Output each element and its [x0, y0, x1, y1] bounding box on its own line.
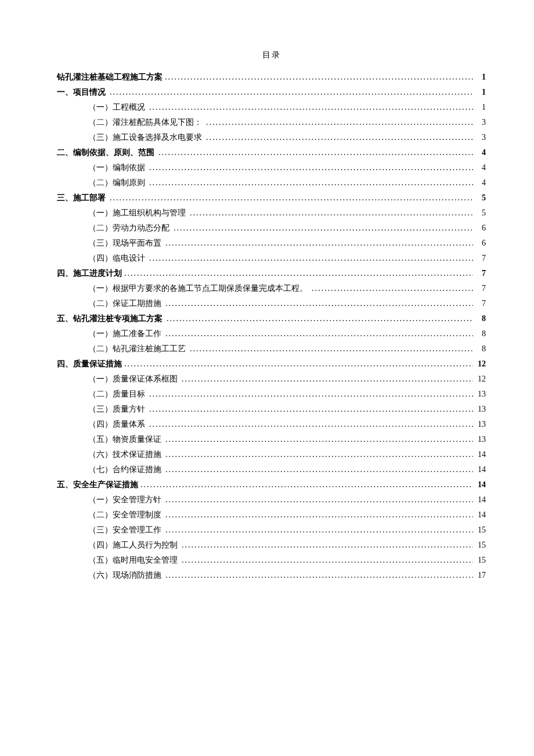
toc-entry: （二）保证工期措施7: [57, 296, 486, 311]
toc-entry-page: 1: [475, 100, 486, 115]
toc-leader-dots: [206, 115, 473, 130]
toc-entry-text: （一）施工组织机构与管理: [88, 206, 186, 221]
toc-leader-dots: [110, 190, 473, 206]
toc-entry-text: （二）保证工期措施: [88, 296, 161, 311]
toc-entry: （四）质量体系13: [57, 417, 486, 432]
toc-entry-page: 1: [475, 70, 486, 85]
toc-entry-page: 8: [475, 326, 486, 341]
toc-leader-dots: [124, 357, 473, 372]
toc-entry: （四）临电设计7: [57, 251, 486, 266]
toc-entry-text: 钻孔灌注桩基础工程施工方案: [57, 70, 163, 85]
toc-entry-text: （三）质量方针: [88, 402, 145, 417]
toc-entry: （一）施工准备工作8: [57, 326, 486, 341]
toc-entry: （一）根据甲方要求的各施工节点工期保质保量完成本工程。7: [57, 281, 486, 296]
toc-entry: （二）钻孔灌注桩施工工艺8: [57, 341, 486, 357]
toc-entry-text: 二、编制依据、原则、范围: [57, 145, 154, 160]
toc-entry-text: 四、施工进度计划: [57, 266, 122, 281]
toc-entry-page: 8: [475, 311, 486, 326]
toc-entry-text: （二）编制原则: [88, 175, 145, 190]
toc-leader-dots: [174, 221, 473, 236]
toc-entry: （一）安全管理方针14: [57, 492, 486, 507]
toc-leader-dots: [165, 70, 473, 85]
toc-leader-dots: [165, 236, 473, 251]
toc-leader-dots: [165, 523, 473, 538]
toc-entry-page: 3: [475, 130, 486, 145]
toc-entry-text: （二）安全管理制度: [88, 507, 161, 523]
toc-leader-dots: [190, 206, 473, 221]
toc-leader-dots: [140, 477, 473, 492]
toc-entry: 一、项目情况1: [57, 85, 486, 100]
toc-entry: 五、钻孔灌注桩专项施工方案8: [57, 311, 486, 326]
toc-entry-page: 12: [475, 372, 486, 387]
toc-leader-dots: [149, 160, 473, 175]
toc-entry-text: （一）根据甲方要求的各施工节点工期保质保量完成本工程。: [88, 281, 308, 296]
toc-entry: （一）施工组织机构与管理5: [57, 206, 486, 221]
toc-leader-dots: [110, 85, 473, 100]
toc-entry-text: （五）临时用电安全管理: [88, 553, 178, 568]
toc-entry-page: 15: [475, 523, 486, 538]
toc-entry-page: 14: [475, 507, 486, 523]
toc-entry-text: （三）施工设备选择及水电要求: [88, 130, 202, 145]
toc-entry-text: （一）安全管理方针: [88, 492, 161, 507]
toc-entry-text: 一、项目情况: [57, 85, 106, 100]
toc-leader-dots: [182, 553, 473, 568]
toc-entry-page: 15: [475, 553, 486, 568]
toc-entry: （六）现场消防措施17: [57, 568, 486, 583]
toc-entry: 三、施工部署5: [57, 190, 486, 206]
toc-entry-page: 1: [475, 85, 486, 100]
toc-leader-dots: [149, 417, 473, 432]
toc-entry-text: （四）临电设计: [88, 251, 145, 266]
toc-entry: 钻孔灌注桩基础工程施工方案1: [57, 70, 486, 85]
toc-leader-dots: [149, 402, 473, 417]
toc-leader-dots: [165, 462, 473, 477]
toc-entry-text: （二）质量目标: [88, 387, 145, 402]
toc-entry-page: 13: [475, 432, 486, 447]
toc-entry-text: （三）现场平面布置: [88, 236, 161, 251]
toc-leader-dots: [165, 447, 473, 462]
toc-entry-text: （一）施工准备工作: [88, 326, 161, 341]
toc-entry-text: （五）物资质量保证: [88, 432, 161, 447]
toc-entry-page: 8: [475, 341, 486, 357]
toc-entry-text: （七）合约保证措施: [88, 462, 161, 477]
toc-entry: （二）质量目标13: [57, 387, 486, 402]
toc-entry-page: 5: [475, 206, 486, 221]
toc-entry: （一）编制依据4: [57, 160, 486, 175]
toc-entry-text: （一）质量保证体系框图: [88, 372, 178, 387]
toc-entry-page: 15: [475, 538, 486, 553]
toc-entry-page: 17: [475, 568, 486, 583]
toc-entry-text: （四）质量体系: [88, 417, 145, 432]
toc-entry-page: 5: [475, 190, 486, 206]
toc-leader-dots: [165, 296, 473, 311]
toc-entry-page: 7: [475, 251, 486, 266]
toc-entry: （五）物资质量保证13: [57, 432, 486, 447]
toc-leader-dots: [149, 387, 473, 402]
toc-entry-page: 3: [475, 115, 486, 130]
toc-leader-dots: [182, 538, 473, 553]
toc-leader-dots: [165, 507, 473, 523]
toc-entry: （五）临时用电安全管理15: [57, 553, 486, 568]
toc-entry-text: （二）灌注桩配筋具体见下图：: [88, 115, 202, 130]
toc-entry: 二、编制依据、原则、范围4: [57, 145, 486, 160]
toc-leader-dots: [165, 568, 473, 583]
toc-leader-dots: [149, 100, 473, 115]
toc-leader-dots: [124, 266, 473, 281]
toc-entry: （二）劳动力动态分配6: [57, 221, 486, 236]
toc-entry-page: 14: [475, 492, 486, 507]
toc-entry-text: （一）编制依据: [88, 160, 145, 175]
toc-entry-text: 三、施工部署: [57, 190, 106, 206]
toc-entry: （二）灌注桩配筋具体见下图：3: [57, 115, 486, 130]
toc-entry-text: 四、质量保证措施: [57, 357, 122, 372]
toc-entry-page: 13: [475, 387, 486, 402]
toc-container: 钻孔灌注桩基础工程施工方案1一、项目情况1（一）工程概况1（二）灌注桩配筋具体见…: [57, 70, 486, 583]
toc-entry: （二）编制原则4: [57, 175, 486, 190]
toc-leader-dots: [165, 492, 473, 507]
toc-entry-page: 7: [475, 281, 486, 296]
toc-entry-page: 14: [475, 447, 486, 462]
toc-leader-dots: [158, 145, 473, 160]
toc-entry: （一）工程概况1: [57, 100, 486, 115]
toc-entry: 四、质量保证措施12: [57, 357, 486, 372]
toc-entry-text: 五、安全生产保证措施: [57, 477, 138, 492]
toc-entry-page: 4: [475, 160, 486, 175]
toc-entry-page: 6: [475, 236, 486, 251]
toc-entry: （三）现场平面布置6: [57, 236, 486, 251]
